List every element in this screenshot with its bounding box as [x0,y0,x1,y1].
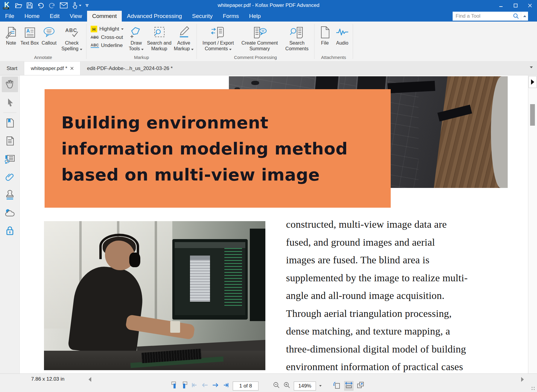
kofax-logo-pdf-badge: PDF [3,7,9,9]
email-icon[interactable] [60,2,68,8]
next-view-button[interactable] [181,381,188,391]
tab-edit-pdf-label: edit-PDF-Adobe-...h_us_2024-03-26 * [87,66,173,72]
cross-out-label: Cross-out [101,34,123,40]
note-icon [4,25,18,40]
search-and-markup-button[interactable]: Search and Markup [146,24,173,51]
note-button[interactable]: Note [2,24,20,46]
expand-panel-right-button[interactable] [529,76,537,88]
next-page-button[interactable] [212,382,219,390]
svg-text:A: A [26,28,30,34]
ribbon-group-markup: H Highlight ABC Cross-out ABC Underline [86,22,197,61]
document-tab-bar: Start whitepaper.pdf * edit-PDF-Adobe-..… [0,62,537,75]
pages-panel-button[interactable] [2,133,18,149]
close-button[interactable] [523,0,537,11]
vertical-scrollbar-thumb[interactable] [530,104,535,126]
file-icon [319,25,331,40]
highlight-button[interactable]: H Highlight [91,26,124,32]
expand-panel-right-status-button[interactable] [521,377,524,382]
zoom-level-input[interactable] [294,383,316,389]
import-export-comments-button[interactable]: Import / Export Comments [199,24,238,51]
cloud-panel-button[interactable] [2,205,18,221]
last-page-button[interactable] [222,382,229,390]
underline-button[interactable]: ABC Underline [91,42,124,48]
page-number-box [233,382,258,391]
check-spelling-label: Check Spelling [59,40,84,51]
callout-label: Callout [42,40,57,46]
underline-icon: ABC [91,43,99,48]
heading-line: based on multi-view image [61,162,391,188]
previous-page-button[interactable] [201,382,209,390]
zoom-in-button[interactable] [283,382,290,390]
collapse-panel-left-button[interactable] [89,377,91,382]
find-tool-area [453,11,528,22]
menu-item-home[interactable]: Home [19,11,45,22]
attach-audio-button[interactable]: Audio [334,24,351,46]
page-number-input[interactable] [233,383,258,389]
ribbon-group-annotate: Note A Text Box Callout ABC Check Spelli… [0,22,86,61]
window-controls [494,0,537,11]
open-in-new-window-button[interactable] [357,382,365,390]
create-comment-summary-button[interactable]: Create Comment Summary [238,24,282,51]
heading-line: information modeling method [61,136,391,162]
stamps-panel-button[interactable] [2,187,18,203]
save-icon[interactable] [26,2,33,9]
document-text-line: three-dimensional digital model of build… [286,340,518,358]
menu-item-edit[interactable]: Edit [45,11,65,22]
stamp-icon [5,190,15,200]
callout-button[interactable]: Callout [39,24,59,46]
text-box-button[interactable]: A Text Box [20,24,39,46]
document-text-line: Through aerial triangulation processing, [286,305,518,323]
minimize-button[interactable] [494,0,508,11]
undo-icon[interactable] [37,2,44,9]
search-comments-label: Search Comments [282,40,312,51]
search-comments-button[interactable]: Search Comments [282,24,312,51]
tab-whitepaper[interactable]: whitepaper.pdf * [24,62,80,75]
search-icon[interactable] [513,13,519,21]
check-spelling-button[interactable]: ABC Check Spelling [59,24,84,51]
menu-bar: File Home Edit View Comment Advanced Pro… [0,11,537,22]
draw-tools-button[interactable]: Draw Tools [127,24,146,51]
first-page-button[interactable] [191,382,198,390]
menu-item-help[interactable]: Help [244,11,266,22]
menu-item-file[interactable]: File [0,11,19,22]
bookmarks-panel-button[interactable] [2,115,18,131]
comments-panel-button[interactable] [2,151,18,167]
hand-tool-button[interactable] [2,77,18,92]
active-markup-button[interactable]: Active Markup [173,24,195,51]
resize-grip[interactable] [531,386,535,391]
zoom-out-button[interactable] [273,382,280,390]
menu-item-advanced-processing[interactable]: Advanced Processing [122,11,187,22]
menu-item-view[interactable]: View [65,11,87,22]
check-spelling-caret [80,49,82,50]
tab-close-icon[interactable] [70,66,74,72]
page-navigation-cluster [171,381,365,391]
menu-item-security[interactable]: Security [187,11,218,22]
cross-out-button[interactable]: ABC Cross-out [91,34,124,40]
open-folder-icon[interactable] [15,2,22,9]
sidebar-divider [3,113,16,113]
status-bar: 7.86 x 12.03 in [0,373,537,392]
menu-item-comment[interactable]: Comment [87,11,122,22]
attachments-panel-button[interactable] [2,169,18,185]
find-tool-input[interactable] [453,12,521,21]
document-page[interactable]: Building environment information modelin… [20,75,528,373]
document-heading: Building environment information modelin… [45,89,391,188]
tab-start[interactable]: Start [0,62,24,75]
redo-icon[interactable] [48,2,56,9]
security-panel-button[interactable] [2,223,18,238]
rotate-view-button[interactable] [333,381,341,391]
touch-select-icon[interactable] [72,2,81,9]
fit-width-button[interactable] [344,381,354,391]
zoom-dropdown-caret[interactable] [319,385,322,387]
select-tool-button[interactable] [2,95,18,110]
import-export-caret [229,49,232,50]
tab-overflow-chevron[interactable] [530,66,533,68]
previous-view-button[interactable] [171,381,178,391]
collapse-ribbon-button[interactable] [521,12,528,21]
tab-edit-pdf[interactable]: edit-PDF-Adobe-...h_us_2024-03-26 * [80,62,179,75]
touch-select-caret [79,5,81,6]
attach-file-button[interactable]: File [316,24,334,46]
maximize-button[interactable] [508,0,523,11]
menu-item-forms[interactable]: Forms [218,11,244,22]
qat-customize-icon[interactable] [86,4,89,7]
